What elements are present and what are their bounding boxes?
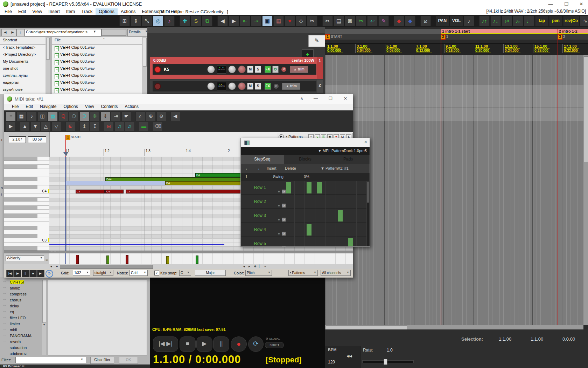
mini-transport-2[interactable]: ||: [22, 270, 29, 277]
fx-folder-item[interactable]: delay: [1, 304, 42, 309]
file-header[interactable]: File⌃: [52, 37, 142, 45]
global-automation-select[interactable]: none ▾: [265, 342, 284, 348]
menu-view[interactable]: View: [29, 8, 45, 15]
velocity-bar[interactable]: [126, 255, 128, 264]
fx-folder-item[interactable]: analiz: [1, 286, 42, 292]
humanize-icon[interactable]: ⬡: [69, 111, 79, 121]
notation-lock-icon[interactable]: ♩: [524, 16, 534, 26]
black-key[interactable]: [4, 246, 37, 251]
step-cell[interactable]: [336, 195, 346, 209]
step-cell[interactable]: [315, 181, 326, 195]
select-next-icon[interactable]: ▽: [51, 122, 61, 131]
loop-section-icon[interactable]: Ɔ: [79, 111, 89, 121]
velocity-bar[interactable]: [166, 256, 169, 264]
pattern-row-label[interactable]: Row 5: [241, 241, 279, 246]
piano-key-b2[interactable]: [4, 243, 49, 247]
explorer-path-input[interactable]: C:\мое\для творчества\звуки\one s: [24, 29, 102, 36]
active-step[interactable]: [338, 210, 343, 222]
advance-cursor-icon[interactable]: ⇥: [111, 111, 121, 121]
track2-number[interactable]: 2: [317, 80, 323, 93]
piano-key-d4[interactable]: [4, 181, 49, 185]
midi-menu-edit[interactable]: Edit: [22, 104, 36, 110]
eraser-icon[interactable]: ⌫: [153, 122, 163, 131]
piano-key-g4[interactable]: [4, 161, 49, 165]
pattern-insert-button[interactable]: Insert: [267, 166, 276, 170]
item-mixer-icon[interactable]: ▣: [262, 16, 273, 26]
explorer-filter-box[interactable]: [102, 29, 126, 36]
swing-type-select[interactable]: straight▼: [93, 270, 113, 276]
stretch-markers-icon[interactable]: ▦: [273, 16, 284, 26]
ruler-label[interactable]: 7.1.000:12.000: [415, 44, 432, 53]
pitch-up-icon[interactable]: ♪↑: [479, 16, 490, 26]
hscroll-ctl-3[interactable]: ▏: [259, 265, 261, 268]
step-cell[interactable]: [336, 237, 346, 246]
rate-slider[interactable]: [362, 360, 414, 363]
hscroll-ctl-4[interactable]: −: [264, 265, 266, 268]
step-cell[interactable]: [305, 181, 315, 195]
track1-name[interactable]: K5: [164, 67, 205, 72]
shortcut-item[interactable]: one shot: [0, 66, 46, 73]
region[interactable]: 2 intro 1-2: [558, 29, 588, 34]
menu-file[interactable]: File: [1, 8, 15, 15]
fx-folder-item[interactable]: chorus: [1, 298, 42, 304]
velocity-bar[interactable]: [196, 255, 198, 264]
next-item-icon[interactable]: ▶: [229, 16, 239, 26]
ruler-label[interactable]: 17.1.000:32.000: [562, 44, 580, 53]
piano-key-f4[interactable]: [4, 169, 49, 173]
shortcut-item[interactable]: звуки\noise: [0, 87, 46, 94]
route-button[interactable]: ●●● ROUTE: [217, 65, 226, 74]
rate-slider-thumb[interactable]: [384, 359, 387, 365]
row-record-button[interactable]: R: [277, 190, 281, 193]
rev-co-button[interactable]: rev(Co: [563, 16, 579, 26]
step-cell[interactable]: [346, 237, 357, 246]
midi-menu-navigate[interactable]: Navigate: [36, 104, 60, 110]
track-row-2[interactable]: ●●● ROUTE M S FX ⊘ ▲ trim 2: [150, 80, 323, 93]
marker[interactable]: 32: [558, 34, 565, 40]
step-cell[interactable]: [326, 237, 336, 246]
volume-knob[interactable]: [207, 82, 215, 90]
black-key[interactable]: [4, 165, 37, 169]
step-cell[interactable]: [346, 195, 357, 209]
scroll-down-icon[interactable]: ▾: [42, 323, 46, 326]
shortcut-item[interactable]: надергал: [0, 80, 46, 87]
scale-button[interactable]: Major: [195, 270, 226, 276]
envelope-trim-button[interactable]: ▲ trim: [282, 83, 300, 90]
file-item[interactable]: ∿VEH4 Clap 001.wav: [52, 45, 142, 52]
step-cell[interactable]: [357, 181, 367, 195]
notes-size-select[interactable]: Grid▼: [130, 270, 148, 276]
pattern-scrollbar[interactable]: [367, 181, 370, 246]
spectral-view-icon[interactable]: ◎: [153, 16, 163, 26]
step-cell[interactable]: [315, 209, 326, 223]
ruler-label[interactable]: 13.1.000:24.000: [503, 44, 520, 53]
minimize-button[interactable]: —: [314, 96, 318, 101]
step-cell[interactable]: [346, 181, 357, 195]
midi-menu-view[interactable]: View: [82, 104, 98, 110]
piano-key-cs4[interactable]: [4, 185, 49, 190]
filter-dropdown-icon[interactable]: ▼: [80, 358, 83, 361]
clear-filter-button[interactable]: Clear filter: [90, 357, 114, 364]
piano-key-d3[interactable]: [4, 230, 49, 234]
midi-note[interactable]: C4: [76, 190, 105, 193]
maximize-button[interactable]: ❐: [329, 96, 332, 101]
piano-key-fs3[interactable]: [4, 214, 49, 218]
envelope-trim-button[interactable]: ▲ trim: [290, 66, 308, 73]
step-cell[interactable]: [315, 223, 326, 237]
go-start-end-buttons[interactable]: |◀ ▶|: [153, 336, 178, 352]
tap-tempo-button[interactable]: tap: [535, 16, 548, 26]
width-knob[interactable]: [238, 66, 246, 73]
midi-editor-titlebar[interactable]: MIDI take: •#1 ⊼ — ❐ ✕: [4, 94, 353, 104]
fx-folder-item[interactable]: suturation: [1, 345, 42, 351]
fx-button[interactable]: FX: [265, 66, 271, 73]
explorer-up-button[interactable]: ↑: [16, 29, 24, 36]
midi-menu-contents[interactable]: Contents: [98, 104, 121, 110]
pause-button[interactable]: ||: [213, 336, 229, 352]
step-cell[interactable]: [326, 209, 336, 223]
transport-time-display[interactable]: 1.1.00 / 0:00.000: [153, 353, 241, 366]
event-list-icon[interactable]: ◫: [37, 111, 47, 121]
phase-button[interactable]: ⊘: [281, 67, 286, 72]
pattern-row-label[interactable]: Row 3: [241, 213, 279, 218]
tab-pads[interactable]: Pads: [327, 155, 370, 164]
record-button[interactable]: ●: [231, 336, 247, 352]
velocity-bar[interactable]: [106, 255, 109, 264]
nudge-right-icon[interactable]: ⇥: [251, 16, 261, 26]
